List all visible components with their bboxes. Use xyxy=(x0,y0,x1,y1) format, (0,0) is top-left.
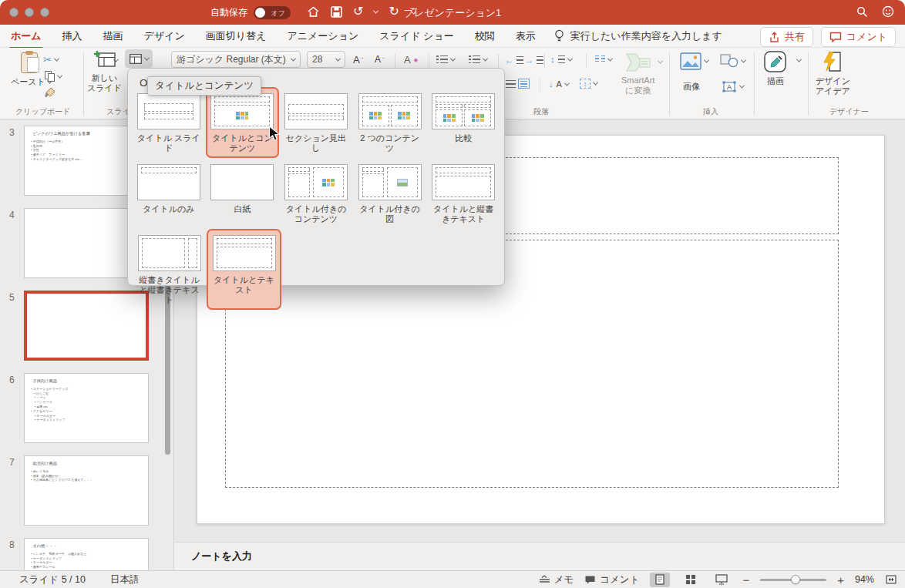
layout-option-title-slide[interactable]: タイトル スライド xyxy=(132,87,206,158)
layout-option-title-text-selected[interactable]: タイトルとテキスト xyxy=(207,229,281,310)
paste-clipboard-icon xyxy=(21,51,41,74)
notes-pane[interactable]: ノートを入力 xyxy=(174,542,905,570)
distribute-text-button[interactable] xyxy=(518,79,530,89)
layout-thumbnail xyxy=(432,164,495,200)
ribbon-tab-5[interactable]: アニメーション xyxy=(287,29,358,43)
tell-me-box[interactable]: 実行したい作業内容を入力します xyxy=(554,29,722,43)
numbering-button[interactable] xyxy=(469,55,487,63)
comments-button[interactable]: コメント xyxy=(821,27,896,47)
text-direction-button[interactable]: ↓A xyxy=(549,79,569,89)
zoom-slider[interactable] xyxy=(760,579,826,581)
layout-option-title-vertical-text[interactable]: タイトルと縦書きテキスト xyxy=(426,158,500,229)
shapes-chevron-icon xyxy=(741,57,746,62)
layout-thumbnail xyxy=(213,235,276,271)
align-text-button[interactable]: ↕ xyxy=(580,79,597,89)
numbering-icon xyxy=(473,55,480,63)
increase-indent-button[interactable]: → xyxy=(525,55,543,65)
slide-layout-button[interactable] xyxy=(125,49,153,68)
sidebar-scrollbar-thumb[interactable] xyxy=(165,285,170,455)
zoom-out-button[interactable]: − xyxy=(742,573,749,586)
zoom-percentage[interactable]: 94% xyxy=(855,574,874,585)
document-title: プレゼンテーション1 xyxy=(0,6,905,20)
slide-position-indicator: スライド 5 / 10 xyxy=(19,573,86,586)
ribbon-tab-4[interactable]: 画面切り替え xyxy=(206,29,267,43)
columns-button[interactable] xyxy=(595,55,612,63)
content-cluster-icon xyxy=(322,179,335,186)
font-size-combo[interactable]: 28 xyxy=(307,51,345,68)
layout-thumbnail xyxy=(358,93,422,129)
layout-option-title-content-hovered[interactable]: タイトルとコンテンツ xyxy=(206,87,280,158)
layout-option-comparison[interactable]: 比較 xyxy=(426,87,500,158)
share-button[interactable]: 共有 xyxy=(760,27,813,47)
slide-number: 7 xyxy=(9,457,15,468)
slide-thumbnail-8[interactable]: その他・・・• ハンカチ、化粧ポーチ、小物入れなど• ケータイストラップ• キー… xyxy=(24,538,149,570)
account-icon[interactable] xyxy=(882,5,894,18)
layout-label: 白紙 xyxy=(234,204,251,214)
slide-layout-chevron-icon xyxy=(143,55,149,60)
ribbon-tab-2[interactable]: 描画 xyxy=(103,29,123,43)
thumb-slide-title: その他・・・ xyxy=(32,543,147,549)
justify-button[interactable] xyxy=(506,80,516,88)
layout-option-content-caption[interactable]: タイトル付きのコンテンツ xyxy=(279,158,353,229)
increase-font-size-button[interactable]: Aˆ xyxy=(353,54,363,66)
normal-view-button[interactable] xyxy=(650,573,670,587)
ribbon-tab-0[interactable]: ホーム xyxy=(11,29,42,43)
lightbulb-icon xyxy=(554,29,564,42)
decrease-indent-button[interactable]: ← xyxy=(505,55,523,65)
paste-label: ペースト xyxy=(11,77,45,87)
layout-option-picture-caption[interactable]: タイトル付きの図 xyxy=(353,158,427,229)
draw-button[interactable]: 描画 xyxy=(763,50,788,86)
language-indicator[interactable]: 日本語 xyxy=(110,573,140,586)
search-icon[interactable] xyxy=(856,6,868,18)
zoom-in-button[interactable]: + xyxy=(837,573,844,586)
indent-lines-icon2 xyxy=(537,56,543,64)
picture-chevron-icon xyxy=(704,58,709,63)
layout-thumbnail xyxy=(137,93,200,129)
share-label: 共有 xyxy=(785,30,805,44)
slideshow-view-button[interactable] xyxy=(712,573,732,587)
indent-right-arrow-icon: → xyxy=(525,55,533,65)
decrease-font-size-button[interactable]: Aˇ xyxy=(375,54,385,65)
ribbon-tab-3[interactable]: デザイン xyxy=(144,29,185,43)
slide-thumbnail-5-selected[interactable] xyxy=(24,291,149,361)
ribbon-tab-7[interactable]: 校閲 xyxy=(475,29,495,43)
copy-button[interactable] xyxy=(45,71,62,82)
notes-placeholder-text: ノートを入力 xyxy=(191,549,252,563)
cut-button[interactable]: ✂ xyxy=(43,54,59,66)
layout-option-two-content[interactable]: 2 つのコンテンツ xyxy=(353,87,427,158)
layout-option-title-only[interactable]: タイトルのみ xyxy=(132,158,206,229)
layout-option-section-header[interactable]: セクション見出し xyxy=(279,87,353,158)
layout-option-blank[interactable]: 白紙 xyxy=(206,158,280,229)
line-spacing-button[interactable]: ↕ xyxy=(550,55,572,64)
fit-slide-to-window-button[interactable] xyxy=(885,574,897,585)
draw-chevron-icon xyxy=(796,57,802,62)
slide-thumbnail-6[interactable]: 子供向け商品• ステーショナリーグッズ• けしごむ• ノート• ペンケース• 定… xyxy=(24,373,149,443)
clear-formatting-button[interactable]: A◆ xyxy=(404,54,418,66)
convert-smartart-button[interactable]: SmartArt に変換 xyxy=(621,52,654,96)
ribbon-tab-6[interactable]: スライド ショー xyxy=(379,29,453,43)
font-name-combo[interactable]: 游ゴシック Regular (本文) xyxy=(171,51,301,68)
draw-label: 描画 xyxy=(767,76,784,86)
slide-thumbnail-7[interactable]: 幼児向け商品• ぬいぐるみ• 絵本（読み聞かせ）• その他玩具にピンクのワニを換… xyxy=(24,455,149,526)
slide-number: 6 xyxy=(9,375,15,385)
thumb-bullet: • ケータイストラップ xyxy=(35,418,148,422)
design-ideas-button[interactable]: デザイン アイデア xyxy=(816,50,850,96)
ribbon-tab-8[interactable]: 表示 xyxy=(516,29,536,43)
insert-picture-button[interactable] xyxy=(680,52,708,70)
insert-shapes-button[interactable] xyxy=(720,54,745,68)
thumb-bullet: • 携帯デコシール xyxy=(31,565,147,570)
bullets-button[interactable] xyxy=(436,55,455,63)
layout-option-vertical-title-text[interactable]: 縦書きタイトルと縦書きテキスト xyxy=(132,229,207,310)
thumb-slide-title: 幼児向け商品 xyxy=(32,461,147,467)
zoom-slider-knob[interactable] xyxy=(791,575,800,584)
insert-textbox-button[interactable]: A xyxy=(722,80,744,93)
mouse-cursor xyxy=(268,126,280,142)
design-ideas-label-line2: アイデア xyxy=(816,86,850,96)
format-painter-button[interactable] xyxy=(44,86,56,99)
ribbon-tab-1[interactable]: 挿入 xyxy=(62,29,82,43)
comments-toggle-button[interactable]: コメント xyxy=(584,573,639,586)
layout-thumbnail xyxy=(138,235,201,271)
line-spacing-arrows-icon: ↕ xyxy=(550,55,555,64)
notes-toggle-button[interactable]: メモ xyxy=(539,573,574,586)
slide-sorter-view-button[interactable] xyxy=(681,573,701,587)
